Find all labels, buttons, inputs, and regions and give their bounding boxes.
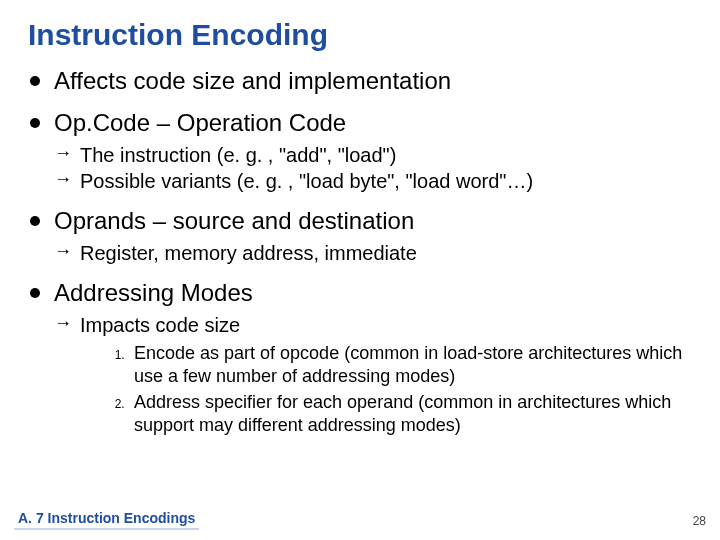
numbered-item: Address specifier for each operand (comm… — [128, 391, 692, 438]
slide-title: Instruction Encoding — [28, 18, 692, 52]
bullet-item: Addressing Modes Impacts code size Encod… — [28, 278, 692, 438]
bullet-item: Affects code size and implementation — [28, 66, 692, 96]
bullet-item: Oprands – source and destination Registe… — [28, 206, 692, 266]
bullet-text: Oprands – source and destination — [54, 207, 414, 234]
bullet-list: Affects code size and implementation Op.… — [28, 66, 692, 438]
sub-item-text: Impacts code size — [80, 314, 240, 336]
bullet-text: Affects code size and implementation — [54, 67, 451, 94]
sub-list: Impacts code size Encode as part of opco… — [54, 312, 692, 438]
sub-item: The instruction (e. g. , "add", "load") — [54, 142, 692, 168]
sub-item: Impacts code size Encode as part of opco… — [54, 312, 692, 438]
sub-list: The instruction (e. g. , "add", "load") … — [54, 142, 692, 194]
sub-list: Register, memory address, immediate — [54, 240, 692, 266]
numbered-item: Encode as part of opcode (common in load… — [128, 342, 692, 389]
sub-item: Register, memory address, immediate — [54, 240, 692, 266]
numbered-list: Encode as part of opcode (common in load… — [80, 342, 692, 438]
sub-item: Possible variants (e. g. , "load byte", … — [54, 168, 692, 194]
page-number: 28 — [693, 514, 706, 528]
bullet-text: Op.Code – Operation Code — [54, 109, 346, 136]
slide-container: Instruction Encoding Affects code size a… — [0, 0, 720, 540]
bullet-text: Addressing Modes — [54, 279, 253, 306]
bullet-item: Op.Code – Operation Code The instruction… — [28, 108, 692, 194]
footer-label: A. 7 Instruction Encodings — [14, 508, 199, 530]
